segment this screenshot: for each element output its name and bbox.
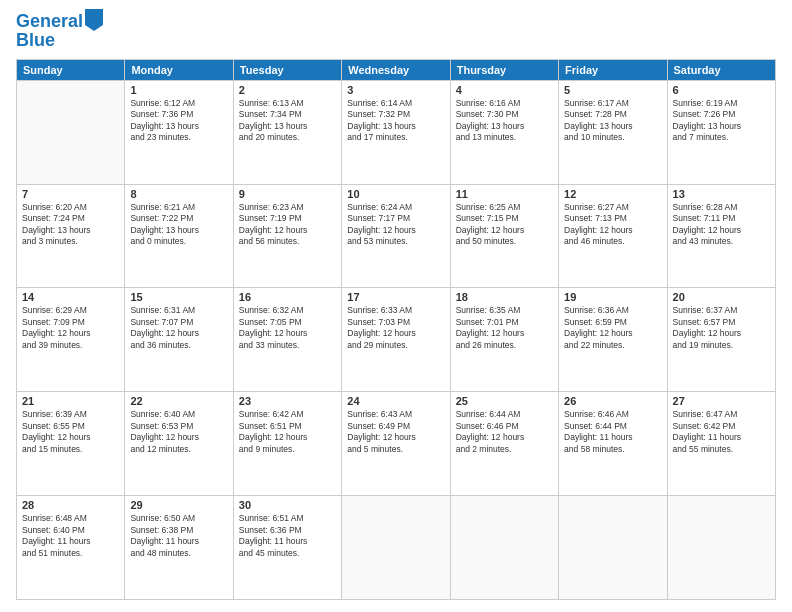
calendar-cell: 5Sunrise: 6:17 AM Sunset: 7:28 PM Daylig… bbox=[559, 80, 667, 184]
logo-blue: Blue bbox=[16, 30, 103, 51]
calendar-cell: 3Sunrise: 6:14 AM Sunset: 7:32 PM Daylig… bbox=[342, 80, 450, 184]
cell-content: Sunrise: 6:27 AM Sunset: 7:13 PM Dayligh… bbox=[564, 202, 661, 248]
day-number: 3 bbox=[347, 84, 444, 96]
calendar-cell: 10Sunrise: 6:24 AM Sunset: 7:17 PM Dayli… bbox=[342, 184, 450, 288]
cell-content: Sunrise: 6:43 AM Sunset: 6:49 PM Dayligh… bbox=[347, 409, 444, 455]
day-number: 27 bbox=[673, 395, 770, 407]
calendar-cell: 27Sunrise: 6:47 AM Sunset: 6:42 PM Dayli… bbox=[667, 392, 775, 496]
logo: General Blue bbox=[16, 12, 103, 51]
calendar-cell: 18Sunrise: 6:35 AM Sunset: 7:01 PM Dayli… bbox=[450, 288, 558, 392]
calendar-cell: 16Sunrise: 6:32 AM Sunset: 7:05 PM Dayli… bbox=[233, 288, 341, 392]
page: General Blue SundayMondayTuesdayWednesda… bbox=[0, 0, 792, 612]
cell-content: Sunrise: 6:33 AM Sunset: 7:03 PM Dayligh… bbox=[347, 305, 444, 351]
cell-content: Sunrise: 6:44 AM Sunset: 6:46 PM Dayligh… bbox=[456, 409, 553, 455]
cell-content: Sunrise: 6:24 AM Sunset: 7:17 PM Dayligh… bbox=[347, 202, 444, 248]
calendar-cell: 20Sunrise: 6:37 AM Sunset: 6:57 PM Dayli… bbox=[667, 288, 775, 392]
calendar-cell bbox=[559, 496, 667, 600]
calendar-cell: 4Sunrise: 6:16 AM Sunset: 7:30 PM Daylig… bbox=[450, 80, 558, 184]
weekday-header: Thursday bbox=[450, 59, 558, 80]
calendar-cell: 9Sunrise: 6:23 AM Sunset: 7:19 PM Daylig… bbox=[233, 184, 341, 288]
day-number: 15 bbox=[130, 291, 227, 303]
calendar-cell: 23Sunrise: 6:42 AM Sunset: 6:51 PM Dayli… bbox=[233, 392, 341, 496]
calendar-cell bbox=[450, 496, 558, 600]
logo-icon bbox=[85, 9, 103, 31]
calendar-cell bbox=[17, 80, 125, 184]
calendar-cell: 2Sunrise: 6:13 AM Sunset: 7:34 PM Daylig… bbox=[233, 80, 341, 184]
day-number: 12 bbox=[564, 188, 661, 200]
day-number: 19 bbox=[564, 291, 661, 303]
header: General Blue bbox=[16, 12, 776, 51]
cell-content: Sunrise: 6:50 AM Sunset: 6:38 PM Dayligh… bbox=[130, 513, 227, 559]
day-number: 24 bbox=[347, 395, 444, 407]
calendar-header-row: SundayMondayTuesdayWednesdayThursdayFrid… bbox=[17, 59, 776, 80]
cell-content: Sunrise: 6:23 AM Sunset: 7:19 PM Dayligh… bbox=[239, 202, 336, 248]
calendar-cell: 1Sunrise: 6:12 AM Sunset: 7:36 PM Daylig… bbox=[125, 80, 233, 184]
cell-content: Sunrise: 6:17 AM Sunset: 7:28 PM Dayligh… bbox=[564, 98, 661, 144]
day-number: 6 bbox=[673, 84, 770, 96]
calendar-cell: 14Sunrise: 6:29 AM Sunset: 7:09 PM Dayli… bbox=[17, 288, 125, 392]
day-number: 9 bbox=[239, 188, 336, 200]
cell-content: Sunrise: 6:32 AM Sunset: 7:05 PM Dayligh… bbox=[239, 305, 336, 351]
calendar-cell: 22Sunrise: 6:40 AM Sunset: 6:53 PM Dayli… bbox=[125, 392, 233, 496]
calendar-cell: 12Sunrise: 6:27 AM Sunset: 7:13 PM Dayli… bbox=[559, 184, 667, 288]
cell-content: Sunrise: 6:29 AM Sunset: 7:09 PM Dayligh… bbox=[22, 305, 119, 351]
day-number: 7 bbox=[22, 188, 119, 200]
calendar-cell: 13Sunrise: 6:28 AM Sunset: 7:11 PM Dayli… bbox=[667, 184, 775, 288]
weekday-header: Sunday bbox=[17, 59, 125, 80]
cell-content: Sunrise: 6:40 AM Sunset: 6:53 PM Dayligh… bbox=[130, 409, 227, 455]
logo-general: General bbox=[16, 11, 83, 31]
calendar-week-row: 28Sunrise: 6:48 AM Sunset: 6:40 PM Dayli… bbox=[17, 496, 776, 600]
weekday-header: Wednesday bbox=[342, 59, 450, 80]
cell-content: Sunrise: 6:51 AM Sunset: 6:36 PM Dayligh… bbox=[239, 513, 336, 559]
calendar-cell: 26Sunrise: 6:46 AM Sunset: 6:44 PM Dayli… bbox=[559, 392, 667, 496]
day-number: 10 bbox=[347, 188, 444, 200]
cell-content: Sunrise: 6:14 AM Sunset: 7:32 PM Dayligh… bbox=[347, 98, 444, 144]
calendar-cell: 8Sunrise: 6:21 AM Sunset: 7:22 PM Daylig… bbox=[125, 184, 233, 288]
weekday-header: Saturday bbox=[667, 59, 775, 80]
day-number: 14 bbox=[22, 291, 119, 303]
calendar-cell: 19Sunrise: 6:36 AM Sunset: 6:59 PM Dayli… bbox=[559, 288, 667, 392]
calendar-week-row: 7Sunrise: 6:20 AM Sunset: 7:24 PM Daylig… bbox=[17, 184, 776, 288]
day-number: 28 bbox=[22, 499, 119, 511]
logo-text: General bbox=[16, 12, 83, 32]
day-number: 30 bbox=[239, 499, 336, 511]
cell-content: Sunrise: 6:47 AM Sunset: 6:42 PM Dayligh… bbox=[673, 409, 770, 455]
calendar-cell: 6Sunrise: 6:19 AM Sunset: 7:26 PM Daylig… bbox=[667, 80, 775, 184]
cell-content: Sunrise: 6:21 AM Sunset: 7:22 PM Dayligh… bbox=[130, 202, 227, 248]
cell-content: Sunrise: 6:42 AM Sunset: 6:51 PM Dayligh… bbox=[239, 409, 336, 455]
calendar-table: SundayMondayTuesdayWednesdayThursdayFrid… bbox=[16, 59, 776, 600]
cell-content: Sunrise: 6:31 AM Sunset: 7:07 PM Dayligh… bbox=[130, 305, 227, 351]
cell-content: Sunrise: 6:35 AM Sunset: 7:01 PM Dayligh… bbox=[456, 305, 553, 351]
cell-content: Sunrise: 6:16 AM Sunset: 7:30 PM Dayligh… bbox=[456, 98, 553, 144]
cell-content: Sunrise: 6:28 AM Sunset: 7:11 PM Dayligh… bbox=[673, 202, 770, 248]
calendar-cell: 21Sunrise: 6:39 AM Sunset: 6:55 PM Dayli… bbox=[17, 392, 125, 496]
weekday-header: Monday bbox=[125, 59, 233, 80]
calendar-cell: 15Sunrise: 6:31 AM Sunset: 7:07 PM Dayli… bbox=[125, 288, 233, 392]
cell-content: Sunrise: 6:36 AM Sunset: 6:59 PM Dayligh… bbox=[564, 305, 661, 351]
day-number: 29 bbox=[130, 499, 227, 511]
day-number: 13 bbox=[673, 188, 770, 200]
calendar-cell: 17Sunrise: 6:33 AM Sunset: 7:03 PM Dayli… bbox=[342, 288, 450, 392]
weekday-header: Friday bbox=[559, 59, 667, 80]
cell-content: Sunrise: 6:20 AM Sunset: 7:24 PM Dayligh… bbox=[22, 202, 119, 248]
cell-content: Sunrise: 6:37 AM Sunset: 6:57 PM Dayligh… bbox=[673, 305, 770, 351]
cell-content: Sunrise: 6:39 AM Sunset: 6:55 PM Dayligh… bbox=[22, 409, 119, 455]
calendar-week-row: 14Sunrise: 6:29 AM Sunset: 7:09 PM Dayli… bbox=[17, 288, 776, 392]
calendar-cell: 28Sunrise: 6:48 AM Sunset: 6:40 PM Dayli… bbox=[17, 496, 125, 600]
day-number: 26 bbox=[564, 395, 661, 407]
calendar-cell: 24Sunrise: 6:43 AM Sunset: 6:49 PM Dayli… bbox=[342, 392, 450, 496]
calendar-cell: 25Sunrise: 6:44 AM Sunset: 6:46 PM Dayli… bbox=[450, 392, 558, 496]
day-number: 16 bbox=[239, 291, 336, 303]
calendar-week-row: 1Sunrise: 6:12 AM Sunset: 7:36 PM Daylig… bbox=[17, 80, 776, 184]
calendar-cell bbox=[667, 496, 775, 600]
day-number: 17 bbox=[347, 291, 444, 303]
day-number: 21 bbox=[22, 395, 119, 407]
calendar-cell bbox=[342, 496, 450, 600]
day-number: 18 bbox=[456, 291, 553, 303]
day-number: 1 bbox=[130, 84, 227, 96]
day-number: 22 bbox=[130, 395, 227, 407]
cell-content: Sunrise: 6:19 AM Sunset: 7:26 PM Dayligh… bbox=[673, 98, 770, 144]
calendar-cell: 29Sunrise: 6:50 AM Sunset: 6:38 PM Dayli… bbox=[125, 496, 233, 600]
day-number: 25 bbox=[456, 395, 553, 407]
cell-content: Sunrise: 6:46 AM Sunset: 6:44 PM Dayligh… bbox=[564, 409, 661, 455]
